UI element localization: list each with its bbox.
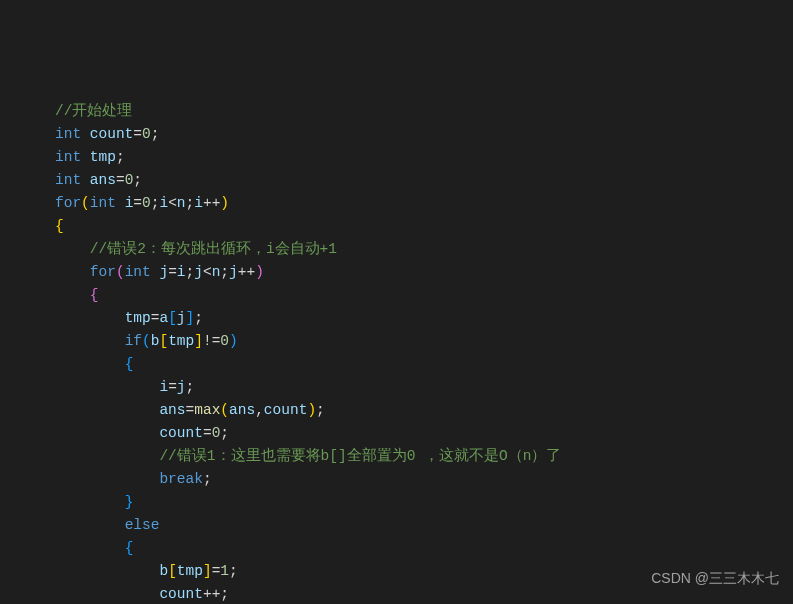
op: = xyxy=(133,126,142,142)
var-count: count xyxy=(159,586,203,602)
semi: ; xyxy=(229,563,238,579)
op: ++ xyxy=(238,264,255,280)
semi: ; xyxy=(186,195,195,211)
op: < xyxy=(203,264,212,280)
brace: } xyxy=(125,494,134,510)
semi: ; xyxy=(133,172,142,188)
op: = xyxy=(168,264,177,280)
paren: ) xyxy=(229,333,238,349)
var-j: j xyxy=(159,264,168,280)
paren: ) xyxy=(307,402,316,418)
var-count: count xyxy=(264,402,308,418)
bracket: ] xyxy=(186,310,195,326)
var-n: n xyxy=(177,195,186,211)
paren: ( xyxy=(142,333,151,349)
var-tmp: tmp xyxy=(168,333,194,349)
var-j: j xyxy=(177,310,186,326)
op: = xyxy=(203,425,212,441)
op: = xyxy=(168,379,177,395)
op: = xyxy=(116,172,125,188)
num: 0 xyxy=(220,333,229,349)
paren: ) xyxy=(255,264,264,280)
op: != xyxy=(203,333,220,349)
watermark-text: CSDN @三三木木七 xyxy=(651,567,779,590)
var-j: j xyxy=(177,379,186,395)
comma: , xyxy=(255,402,264,418)
var-i: i xyxy=(177,264,186,280)
keyword-else: else xyxy=(125,517,160,533)
var-a: a xyxy=(159,310,168,326)
keyword-int: int xyxy=(90,195,116,211)
semi: ; xyxy=(186,264,195,280)
brace: { xyxy=(125,540,134,556)
bracket: [ xyxy=(168,310,177,326)
brace: { xyxy=(55,218,64,234)
var-ans: ans xyxy=(159,402,185,418)
var-tmp: tmp xyxy=(125,310,151,326)
var-ans: ans xyxy=(90,172,116,188)
semi: ; xyxy=(116,149,125,165)
bracket: ] xyxy=(194,333,203,349)
var-b: b xyxy=(159,563,168,579)
var-tmp: tmp xyxy=(177,563,203,579)
var-tmp: tmp xyxy=(90,149,116,165)
brace: { xyxy=(90,287,99,303)
paren: ( xyxy=(116,264,125,280)
paren: ( xyxy=(220,402,229,418)
var-i: i xyxy=(159,379,168,395)
paren: ) xyxy=(220,195,229,211)
comment-line: //错误2：每次跳出循环，i会自动+1 xyxy=(90,241,337,257)
var-count: count xyxy=(90,126,134,142)
brace: { xyxy=(125,356,134,372)
keyword-int: int xyxy=(55,126,81,142)
var-i: i xyxy=(194,195,203,211)
semi: ; xyxy=(203,471,212,487)
paren: ( xyxy=(81,195,90,211)
op: < xyxy=(168,195,177,211)
bracket: ] xyxy=(203,563,212,579)
bracket: [ xyxy=(168,563,177,579)
semi: ; xyxy=(194,310,203,326)
op: = xyxy=(186,402,195,418)
op: = xyxy=(133,195,142,211)
bracket: [ xyxy=(159,333,168,349)
keyword-break: break xyxy=(159,471,203,487)
semi: ; xyxy=(220,586,229,602)
keyword-int: int xyxy=(55,172,81,188)
keyword-for: for xyxy=(90,264,116,280)
var-i: i xyxy=(159,195,168,211)
semi: ; xyxy=(186,379,195,395)
op: ++ xyxy=(203,195,220,211)
var-j: j xyxy=(229,264,238,280)
num: 0 xyxy=(142,126,151,142)
keyword-int: int xyxy=(55,149,81,165)
fn-max: max xyxy=(194,402,220,418)
semi: ; xyxy=(220,264,229,280)
code-editor: //开始处理 int count=0; int tmp; int ans=0; … xyxy=(55,100,793,604)
var-j: j xyxy=(194,264,203,280)
var-ans: ans xyxy=(229,402,255,418)
keyword-if: if xyxy=(125,333,142,349)
semi: ; xyxy=(316,402,325,418)
keyword-for: for xyxy=(55,195,81,211)
semi: ; xyxy=(220,425,229,441)
num: 1 xyxy=(220,563,229,579)
op: ++ xyxy=(203,586,220,602)
comment-line: //开始处理 xyxy=(55,103,132,119)
var-count: count xyxy=(159,425,203,441)
keyword-int: int xyxy=(125,264,151,280)
num: 0 xyxy=(142,195,151,211)
semi: ; xyxy=(151,126,160,142)
comment-line: //错误1：这里也需要将b[]全部置为0 ，这就不是O（n）了 xyxy=(159,448,561,464)
